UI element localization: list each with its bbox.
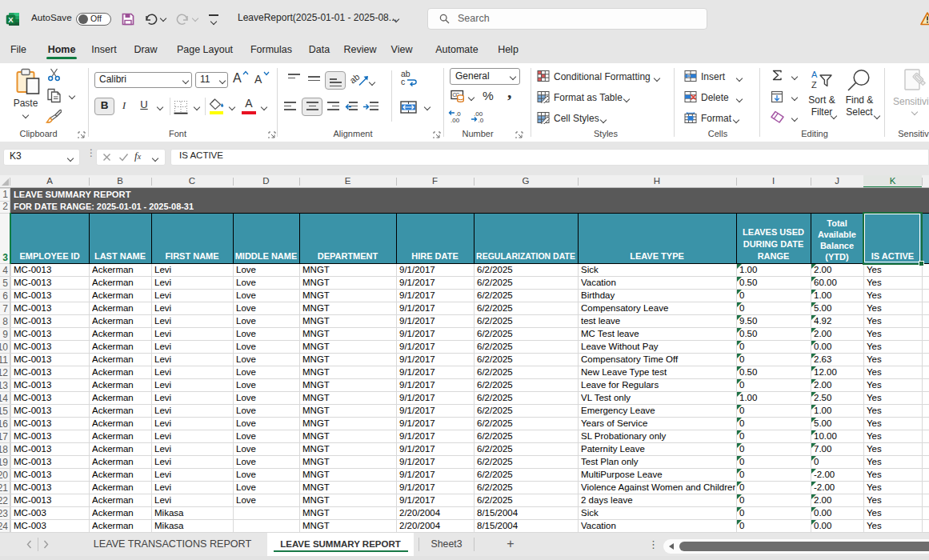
svg-text:.0: .0 xyxy=(479,117,484,123)
svg-text:A: A xyxy=(811,70,818,79)
svg-text:.00: .00 xyxy=(450,117,460,123)
svg-text:X: X xyxy=(8,15,14,24)
svg-text:Z: Z xyxy=(811,80,817,90)
